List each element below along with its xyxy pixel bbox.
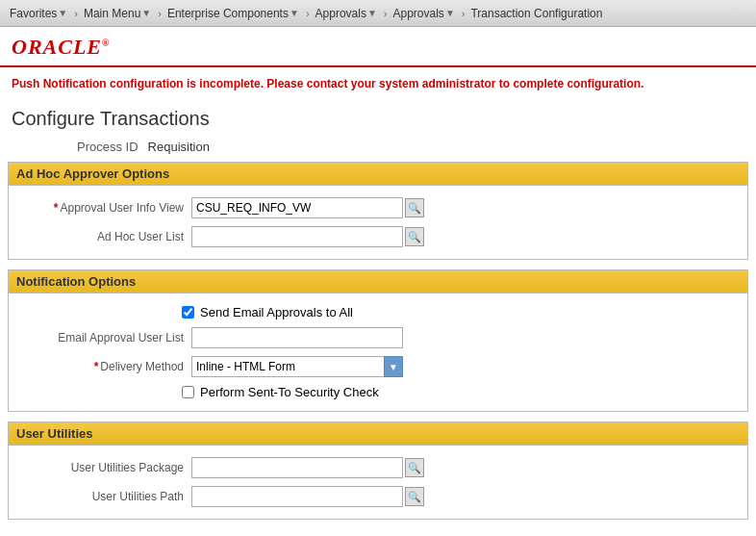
approval-user-label: Approval User Info View <box>20 201 184 215</box>
email-user-list-input[interactable] <box>191 327 403 348</box>
utilities-package-row: User Utilities Package 🔍 <box>9 453 747 482</box>
user-utilities-body: User Utilities Package 🔍 User Utilities … <box>9 446 747 519</box>
ad-hoc-user-row: Ad Hoc User List 🔍 <box>9 222 747 251</box>
nav-sep-1: › <box>74 8 78 19</box>
utilities-path-input[interactable] <box>191 486 403 507</box>
nav-main-menu[interactable]: Main Menu ▼ <box>80 7 156 20</box>
send-email-checkbox[interactable] <box>182 306 194 319</box>
utilities-package-search-icon: 🔍 <box>408 462 421 474</box>
enterprise-arrow-icon: ▼ <box>290 8 299 18</box>
delivery-method-label: Delivery Method <box>20 360 184 373</box>
utilities-package-search-button[interactable]: 🔍 <box>405 458 424 477</box>
nav-sep-2: › <box>158 8 162 19</box>
nav-approvals-1[interactable]: Approvals ▼ <box>312 7 382 20</box>
oracle-logo: ORACLE® <box>12 35 111 59</box>
navigation-bar: Favorites ▼ › Main Menu ▼ › Enterprise C… <box>0 0 756 27</box>
utilities-path-row: User Utilities Path 🔍 <box>9 482 747 511</box>
approval-user-input[interactable] <box>191 197 403 218</box>
email-user-list-label: Email Approval User List <box>20 331 184 345</box>
favorites-arrow-icon: ▼ <box>58 8 67 18</box>
notification-section: Notification Options Send Email Approval… <box>8 269 748 412</box>
process-id-row: Process ID Requisition <box>0 136 756 162</box>
nav-sep-4: › <box>384 8 388 19</box>
utilities-package-input[interactable] <box>191 457 403 478</box>
page-title: Configure Transactions <box>0 100 756 136</box>
nav-favorites[interactable]: Favorites ▼ <box>6 7 72 20</box>
process-id-value: Requisition <box>148 140 210 154</box>
process-id-label: Process ID <box>77 140 139 154</box>
email-user-list-row: Email Approval User List <box>9 323 747 352</box>
ad-hoc-user-label: Ad Hoc User List <box>20 230 184 243</box>
approvals2-arrow-icon: ▼ <box>445 8 455 18</box>
ad-hoc-section: Ad Hoc Approver Options Approval User In… <box>8 162 748 260</box>
nav-sep-5: › <box>462 8 466 19</box>
security-check-label: Perform Sent-To Security Check <box>200 385 379 399</box>
delivery-method-wrapper: Inline - HTML Form Inline - Text Email O… <box>191 356 403 377</box>
security-check-checkbox[interactable] <box>182 386 194 398</box>
utilities-package-label: User Utilities Package <box>20 461 184 474</box>
utilities-path-label: User Utilities Path <box>20 490 184 503</box>
send-email-row: Send Email Approvals to All <box>9 301 747 323</box>
notification-header: Notification Options <box>9 270 747 294</box>
main-menu-arrow-icon: ▼ <box>141 8 151 18</box>
nav-transaction-config: Transaction Configuration <box>466 7 606 20</box>
send-email-label: Send Email Approvals to All <box>200 305 353 319</box>
nav-sep-3: › <box>306 8 310 19</box>
delivery-method-select[interactable]: Inline - HTML Form Inline - Text Email O… <box>191 356 403 377</box>
approvals1-arrow-icon: ▼ <box>367 8 377 18</box>
delivery-method-row: Delivery Method Inline - HTML Form Inlin… <box>9 352 747 381</box>
oracle-logo-area: ORACLE® <box>0 27 756 67</box>
ad-hoc-user-input[interactable] <box>191 226 403 247</box>
notification-body: Send Email Approvals to All Email Approv… <box>9 294 747 411</box>
approval-user-row: Approval User Info View 🔍 <box>9 193 747 222</box>
nav-approvals-2[interactable]: Approvals ▼ <box>390 7 460 20</box>
approval-user-search-icon: 🔍 <box>408 202 421 215</box>
ad-hoc-search-icon: 🔍 <box>408 231 421 243</box>
utilities-path-search-icon: 🔍 <box>408 491 421 503</box>
ad-hoc-body: Approval User Info View 🔍 Ad Hoc User Li… <box>9 186 747 259</box>
warning-message: Push Notification configuration is incom… <box>0 67 756 100</box>
ad-hoc-header: Ad Hoc Approver Options <box>9 163 747 186</box>
approval-user-search-button[interactable]: 🔍 <box>405 198 424 217</box>
user-utilities-section: User Utilities User Utilities Package 🔍 … <box>8 421 748 520</box>
ad-hoc-user-search-button[interactable]: 🔍 <box>405 227 424 246</box>
oracle-registered: ® <box>102 38 110 48</box>
main-content: ORACLE® Push Notification configuration … <box>0 27 756 536</box>
utilities-path-search-button[interactable]: 🔍 <box>405 487 424 506</box>
nav-enterprise-components[interactable]: Enterprise Components ▼ <box>164 7 304 20</box>
security-check-row: Perform Sent-To Security Check <box>9 381 747 403</box>
user-utilities-header: User Utilities <box>9 422 747 446</box>
